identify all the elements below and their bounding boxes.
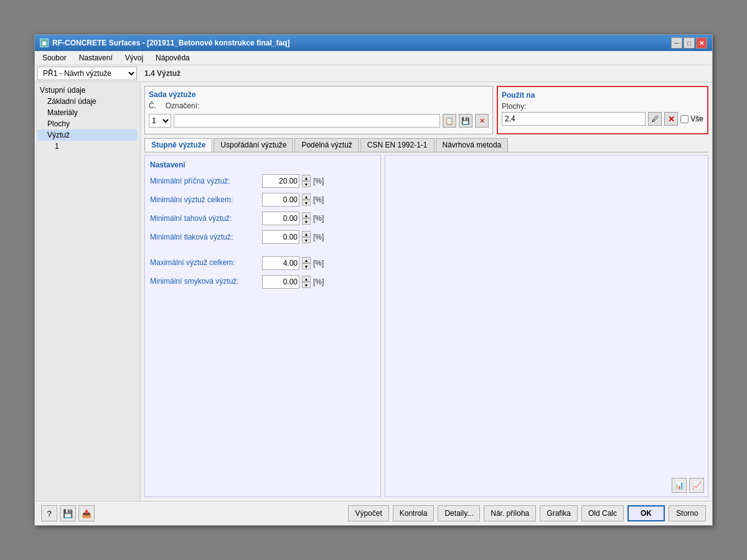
- tabs-row: Stupně výztuže Uspořádání výztuže Podéln…: [144, 138, 708, 152]
- plochy-input-row: 🖊 ✕ Vše: [502, 112, 703, 126]
- select-plochy-btn[interactable]: 🖊: [648, 112, 662, 126]
- spinner-down-0[interactable]: ▼: [302, 181, 311, 187]
- left-tab-panel: Nastavení Minimální příčná výztuž: ▲ ▼ […: [144, 155, 381, 497]
- tab-stupne-vyztuzne[interactable]: Stupně výztuže: [144, 138, 212, 152]
- grafika-button[interactable]: Grafika: [540, 505, 578, 521]
- kontrola-button[interactable]: Kontrola: [393, 505, 435, 521]
- num-input-2[interactable]: [262, 212, 299, 225]
- num-input-wrap-5: ▲ ▼ [%]: [262, 275, 324, 289]
- delete-plochy-btn[interactable]: ✕: [664, 112, 678, 126]
- copy-btn[interactable]: 💾: [459, 114, 472, 128]
- sidebar-item-zakladni-udaje[interactable]: Základní údaje: [37, 96, 138, 107]
- field-row-1: Minimální výztuž celkem: ▲ ▼ [%]: [150, 193, 375, 207]
- num-input-4[interactable]: [262, 256, 299, 270]
- menu-napoveda[interactable]: Nápověda: [151, 52, 195, 63]
- spinner-up-5[interactable]: ▲: [302, 276, 311, 282]
- spinner-4: ▲ ▼: [302, 257, 311, 269]
- sidebar: Vstupní údaje Základní údaje Materiály P…: [35, 82, 141, 501]
- num-input-1[interactable]: [262, 193, 299, 207]
- num-input-3[interactable]: [262, 230, 299, 244]
- add-btn[interactable]: 📋: [443, 114, 456, 128]
- footer-left-icons: ? 💾 📤: [41, 505, 95, 521]
- field-label-0: Minimální příčná výztuž:: [150, 177, 262, 185]
- field-row-3: Minimální tlaková výztuž: ▲ ▼ [%]: [150, 230, 375, 244]
- window-controls: ─ □ ✕: [671, 37, 707, 49]
- tab-podelna-vyztuz[interactable]: Podélná výztuž: [294, 138, 359, 152]
- field-label-3: Minimální tlaková výztuž:: [150, 233, 262, 241]
- unit-3: [%]: [313, 233, 324, 241]
- sada-vyztuzne-title: Sada výztuže: [149, 90, 489, 99]
- spinner-down-1[interactable]: ▼: [302, 200, 311, 206]
- spinner-1: ▲ ▼: [302, 194, 311, 206]
- sidebar-item-vstupni-udaje[interactable]: Vstupní údaje: [37, 85, 138, 96]
- col-cislo-label: Č.: [149, 101, 156, 110]
- num-input-wrap-1: ▲ ▼ [%]: [262, 193, 324, 207]
- num-input-wrap-4: ▲ ▼ [%]: [262, 256, 324, 270]
- window-title: RF-CONCRETE Surfaces - [201911_Betonové …: [52, 39, 289, 47]
- oznaceni-input[interactable]: [174, 114, 440, 128]
- spinner-up-2[interactable]: ▲: [302, 212, 311, 218]
- save-btn[interactable]: 💾: [60, 505, 76, 521]
- table-icon-btn[interactable]: 📊: [672, 478, 687, 493]
- sidebar-item-vyztuz[interactable]: Výztuž: [37, 129, 138, 141]
- field-label-5: Minimální smyková výztuž:: [150, 277, 262, 287]
- ok-button[interactable]: OK: [627, 505, 665, 521]
- menu-vyvoj[interactable]: Vývoj: [120, 52, 148, 63]
- field-label-2: Minimální tahová výztuž:: [150, 214, 262, 223]
- tab-csn-en[interactable]: CSN EN 1992-1-1: [360, 138, 435, 152]
- nar-priloha-button[interactable]: Nár. příloha: [484, 505, 536, 521]
- col-oznaceni-label: Označení:: [166, 101, 200, 110]
- spinner-down-3[interactable]: ▼: [302, 237, 311, 243]
- content-area: Sada výztuže Č. Označení: 1 📋 💾 ✕: [141, 82, 712, 501]
- maximize-button[interactable]: □: [684, 37, 695, 49]
- right-tab-panel: 📊 📈: [385, 155, 708, 497]
- spinner-down-4[interactable]: ▼: [302, 263, 311, 269]
- field-row-2: Minimální tahová výztuž: ▲ ▼ [%]: [150, 212, 375, 225]
- close-button[interactable]: ✕: [696, 37, 707, 49]
- sada-input-row: Č. Označení:: [149, 101, 489, 111]
- plochy-input[interactable]: [502, 112, 646, 126]
- field-label-4: Maximální výztuž celkem:: [150, 258, 262, 268]
- num-input-5[interactable]: [262, 275, 299, 289]
- vse-checkbox[interactable]: [680, 115, 688, 123]
- cislo-dropdown[interactable]: 1: [149, 114, 171, 128]
- spinner-down-2[interactable]: ▼: [302, 218, 311, 225]
- unit-5: [%]: [313, 278, 324, 286]
- chart-icon-btn[interactable]: 📈: [689, 478, 704, 493]
- minimize-button[interactable]: ─: [671, 37, 682, 49]
- vse-checkbox-label[interactable]: Vše: [680, 114, 703, 123]
- tab-usporadani-vyztuzne[interactable]: Uspořádání výztuže: [214, 138, 293, 152]
- menu-nastaveni[interactable]: Nastavení: [74, 52, 118, 63]
- title-bar: ▣ RF-CONCRETE Surfaces - [201911_Betonov…: [35, 35, 712, 51]
- toolbar: PŘ1 - Návrh výztuže 1.4 Výztuž: [35, 65, 712, 82]
- field-row-0: Minimální příčná výztuž: ▲ ▼ [%]: [150, 174, 375, 188]
- panel-pouzit-na: Použít na Plochy: 🖊 ✕ Vše: [497, 86, 708, 134]
- bottom-icons: 📊 📈: [672, 478, 704, 493]
- storno-button[interactable]: Storno: [669, 505, 706, 521]
- spinner-up-1[interactable]: ▲: [302, 194, 311, 200]
- plochy-label: Plochy:: [502, 102, 703, 111]
- spinner-2: ▲ ▼: [302, 212, 311, 225]
- main-content: Vstupní údaje Základní údaje Materiály P…: [35, 82, 712, 501]
- menu-soubor[interactable]: Soubor: [37, 52, 72, 63]
- spinner-down-5[interactable]: ▼: [302, 282, 311, 288]
- spinner-up-0[interactable]: ▲: [302, 175, 311, 181]
- sidebar-item-plochy[interactable]: Plochy: [37, 118, 138, 129]
- sidebar-item-vyztuz-1[interactable]: 1: [37, 141, 138, 152]
- detaily-button[interactable]: Detaily...: [438, 505, 480, 521]
- num-input-0[interactable]: [262, 174, 299, 188]
- tab-content-area: Nastavení Minimální příčná výztuž: ▲ ▼ […: [144, 155, 708, 497]
- footer: ? 💾 📤 Výpočet Kontrola Detaily... Nár. p…: [35, 501, 712, 525]
- spinner-up-3[interactable]: ▲: [302, 231, 311, 237]
- spinner-up-4[interactable]: ▲: [302, 257, 311, 263]
- old-calc-button[interactable]: Old Calc: [581, 505, 624, 521]
- vypocet-button[interactable]: Výpočet: [348, 505, 388, 521]
- delete-sada-btn[interactable]: ✕: [475, 114, 489, 128]
- sidebar-item-materialy[interactable]: Materiály: [37, 107, 138, 118]
- export-btn[interactable]: 📤: [78, 505, 95, 521]
- tab-navrhova-metoda[interactable]: Návrhová metoda: [436, 138, 509, 152]
- projekt-dropdown[interactable]: PŘ1 - Návrh výztuže: [37, 67, 137, 80]
- help-btn[interactable]: ?: [41, 505, 57, 521]
- spinner-5: ▲ ▼: [302, 276, 311, 288]
- sada-value-row: 1 📋 💾 ✕: [149, 114, 489, 128]
